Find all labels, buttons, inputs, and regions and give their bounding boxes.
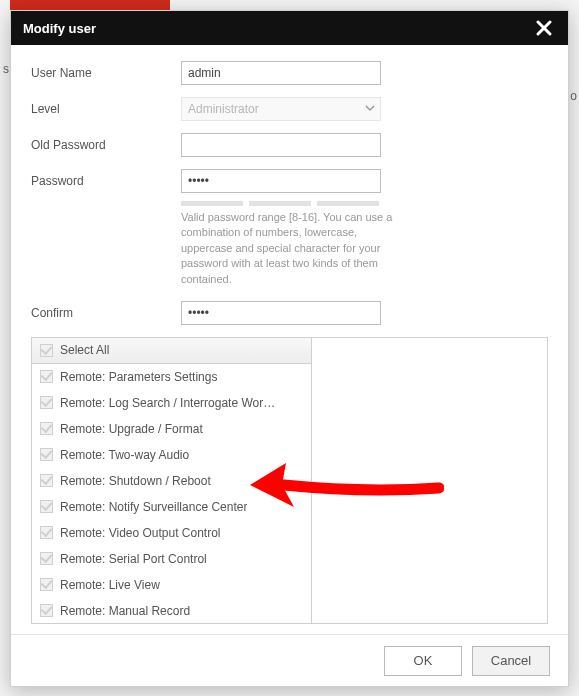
old-password-input[interactable] bbox=[181, 133, 381, 157]
permission-label: Remote: Shutdown / Reboot bbox=[60, 474, 211, 488]
permission-checkbox[interactable] bbox=[40, 474, 53, 487]
row-username: User Name bbox=[31, 61, 548, 85]
permissions-left: Select All Remote: Parameters SettingsRe… bbox=[32, 338, 312, 623]
ok-button[interactable]: OK bbox=[384, 646, 462, 676]
permission-label: Remote: Live View bbox=[60, 578, 160, 592]
permission-checkbox[interactable] bbox=[40, 396, 53, 409]
select-all-checkbox[interactable] bbox=[40, 344, 53, 357]
permission-item[interactable]: Remote: Manual Record bbox=[32, 598, 311, 623]
bg-left-char: s bbox=[3, 62, 9, 76]
permission-checkbox[interactable] bbox=[40, 578, 53, 591]
permission-label: Remote: Upgrade / Format bbox=[60, 422, 203, 436]
permission-item[interactable]: Remote: Notify Surveillance Center bbox=[32, 494, 311, 520]
permissions-right bbox=[312, 338, 547, 623]
row-password: Password bbox=[31, 169, 548, 193]
dialog-header: Modify user bbox=[11, 11, 568, 45]
permission-label: Remote: Notify Surveillance Center bbox=[60, 500, 247, 514]
password-input[interactable] bbox=[181, 169, 381, 193]
bg-right-char: o bbox=[570, 89, 577, 103]
label-old-password: Old Password bbox=[31, 138, 181, 152]
permission-label: Remote: Video Output Control bbox=[60, 526, 221, 540]
cancel-button[interactable]: Cancel bbox=[472, 646, 550, 676]
permission-label: Remote: Two-way Audio bbox=[60, 448, 189, 462]
label-level: Level bbox=[31, 102, 181, 116]
permission-item[interactable]: Remote: Upgrade / Format bbox=[32, 416, 311, 442]
permission-checkbox[interactable] bbox=[40, 448, 53, 461]
strength-seg-2 bbox=[249, 201, 311, 206]
permissions-list[interactable]: Remote: Parameters SettingsRemote: Log S… bbox=[32, 364, 311, 623]
modify-user-dialog: Modify user User Name Level Administrato… bbox=[10, 10, 569, 687]
background-tab-strip bbox=[10, 0, 170, 10]
permission-item[interactable]: Remote: Shutdown / Reboot bbox=[32, 468, 311, 494]
permission-label: Remote: Serial Port Control bbox=[60, 552, 207, 566]
dialog-title: Modify user bbox=[23, 21, 532, 36]
permission-item[interactable]: Remote: Parameters Settings bbox=[32, 364, 311, 390]
permission-checkbox[interactable] bbox=[40, 552, 53, 565]
permission-item[interactable]: Remote: Live View bbox=[32, 572, 311, 598]
permission-checkbox[interactable] bbox=[40, 500, 53, 513]
password-strength-meter bbox=[181, 201, 548, 206]
permission-label: Remote: Parameters Settings bbox=[60, 370, 217, 384]
dialog-footer: OK Cancel bbox=[11, 634, 568, 686]
strength-seg-1 bbox=[181, 201, 243, 206]
close-icon bbox=[536, 20, 552, 36]
select-all-label: Select All bbox=[60, 343, 109, 357]
label-confirm: Confirm bbox=[31, 306, 181, 320]
username-input[interactable] bbox=[181, 61, 381, 85]
permission-item[interactable]: Remote: Log Search / Interrogate Wor… bbox=[32, 390, 311, 416]
permission-checkbox[interactable] bbox=[40, 422, 53, 435]
level-select: Administrator bbox=[181, 97, 381, 121]
label-username: User Name bbox=[31, 66, 181, 80]
permission-item[interactable]: Remote: Serial Port Control bbox=[32, 546, 311, 572]
strength-seg-3 bbox=[317, 201, 379, 206]
row-old-password: Old Password bbox=[31, 133, 548, 157]
permission-checkbox[interactable] bbox=[40, 604, 53, 617]
permission-checkbox[interactable] bbox=[40, 526, 53, 539]
confirm-input[interactable] bbox=[181, 301, 381, 325]
permission-label: Remote: Manual Record bbox=[60, 604, 190, 618]
dialog-body: User Name Level Administrator Old Passwo… bbox=[11, 45, 568, 634]
permission-label: Remote: Log Search / Interrogate Wor… bbox=[60, 396, 275, 410]
permission-item[interactable]: Remote: Two-way Audio bbox=[32, 442, 311, 468]
permissions-panel: Select All Remote: Parameters SettingsRe… bbox=[31, 337, 548, 624]
row-level: Level Administrator bbox=[31, 97, 548, 121]
close-button[interactable] bbox=[532, 16, 556, 40]
permission-item[interactable]: Remote: Video Output Control bbox=[32, 520, 311, 546]
row-confirm: Confirm bbox=[31, 301, 548, 325]
permission-checkbox[interactable] bbox=[40, 370, 53, 383]
permissions-header: Select All bbox=[32, 338, 311, 364]
label-password: Password bbox=[31, 174, 181, 188]
password-hint: Valid password range [8-16]. You can use… bbox=[181, 210, 401, 287]
